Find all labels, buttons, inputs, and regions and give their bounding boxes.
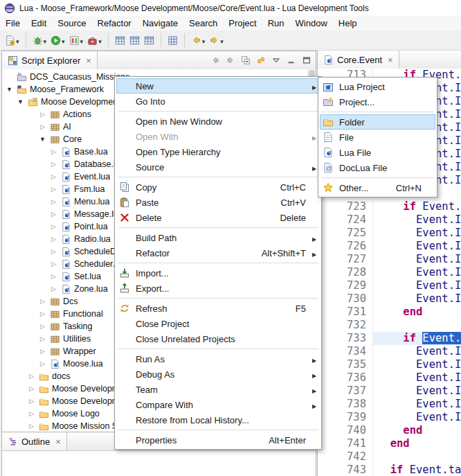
menu-item-import[interactable]: Import...	[116, 265, 320, 281]
view-menu-button[interactable]	[271, 55, 281, 65]
menu-item-restore-from-local-history[interactable]: Restore from Local History...	[116, 412, 320, 427]
menu-item-export[interactable]: Export...	[116, 281, 320, 296]
expand-arrow[interactable]: ▷	[49, 236, 58, 243]
menu-item-copy[interactable]: CopyCtrl+C	[116, 179, 320, 195]
tab-outline[interactable]: Outline	[2, 432, 67, 450]
menubar-item-source[interactable]: Source	[52, 16, 91, 30]
code-text[interactable]: end	[373, 437, 461, 450]
expand-arrow[interactable]: ▷	[49, 261, 58, 267]
close-icon[interactable]	[86, 56, 91, 65]
code-text[interactable]: Event.IniDCSUnitName = Event.IniDCSUnit:…	[373, 358, 461, 371]
tab-core-event[interactable]: Core.Event	[318, 51, 399, 69]
code-text[interactable]: Event.IniUnitName = Event.IniDCSUnitName	[373, 240, 461, 253]
debug-button[interactable]	[30, 30, 49, 50]
expand-arrow[interactable]: ▼	[5, 86, 14, 93]
menu-item-new[interactable]: New	[116, 78, 320, 94]
expand-arrow[interactable]: ▷	[27, 385, 36, 392]
menubar-item-window[interactable]: Window	[290, 16, 333, 30]
code-text[interactable]: Event.IniGroup = GROUP:FindByName( Event…	[373, 411, 461, 424]
new-button[interactable]	[3, 30, 21, 50]
menu-item-open-in-new-window[interactable]: Open in New Window	[116, 114, 320, 129]
menubar-item-navigate[interactable]: Navigate	[137, 16, 183, 30]
menu-item-run-as[interactable]: Run As	[116, 351, 320, 367]
menubar-item-run[interactable]: Run	[262, 16, 290, 30]
expand-arrow[interactable]: ▷	[49, 248, 58, 255]
menu-item-refactor[interactable]: RefactorAlt+Shift+T	[116, 245, 320, 261]
menubar-item-help[interactable]: Help	[333, 16, 363, 30]
coverage-button[interactable]	[67, 30, 86, 50]
expand-arrow[interactable]: ▷	[49, 148, 58, 155]
expand-arrow[interactable]: ▷	[38, 335, 47, 342]
code-text[interactable]: end	[373, 306, 461, 319]
expand-arrow[interactable]: ▷	[49, 198, 58, 205]
code-text[interactable]: end	[373, 424, 461, 437]
code-text[interactable]: Event.IniDCSUnit = Event.initiator	[373, 345, 461, 358]
maximize-button[interactable]	[302, 55, 311, 65]
run-button[interactable]	[48, 30, 67, 50]
menu-item-go-into[interactable]: Go Into	[116, 94, 320, 109]
forward-nav-button[interactable]	[226, 55, 235, 65]
tab-script-explorer[interactable]: Script Explorer	[2, 51, 98, 69]
expand-arrow[interactable]: ▷	[27, 410, 36, 417]
expand-arrow[interactable]: ▷	[38, 123, 47, 130]
menu-item-project[interactable]: Project...	[320, 94, 435, 109]
menu-item-open-with[interactable]: Open With	[116, 129, 320, 144]
table-view-button-2[interactable]	[127, 30, 142, 50]
menu-item-lua-project[interactable]: Lua Project	[320, 79, 435, 94]
menubar-item-edit[interactable]: Edit	[26, 16, 52, 30]
expand-arrow[interactable]: ▷	[27, 373, 36, 380]
menu-item-close-project[interactable]: Close Project	[116, 316, 320, 331]
minimize-button[interactable]	[287, 55, 296, 65]
expand-arrow[interactable]: ▷	[38, 310, 47, 317]
menubar-item-file[interactable]: File	[0, 16, 26, 30]
menu-item-team[interactable]: Team	[116, 382, 320, 397]
menubar-item-search[interactable]: Search	[183, 16, 223, 30]
close-icon[interactable]	[55, 437, 61, 446]
expand-arrow[interactable]: ▷	[49, 285, 58, 292]
menu-item-debug-as[interactable]: Debug As	[116, 367, 320, 382]
expand-arrow[interactable]: ▷	[38, 323, 47, 330]
expand-arrow[interactable]: ▷	[27, 423, 36, 430]
menu-item-lua-file[interactable]: Lua File	[320, 145, 435, 160]
expand-arrow[interactable]: ▷	[38, 111, 47, 118]
menubar-item-refactor[interactable]: Refactor	[92, 16, 137, 30]
code-text[interactable]: if Event.IniObjectCategory == Object.Cat…	[373, 200, 461, 213]
code-text[interactable]: Event.IniDCSGroup = Event.IniDCSUnit:get…	[373, 266, 461, 279]
menu-item-doclua-file[interactable]: @DocLua File	[320, 160, 435, 175]
forward-history-button[interactable]	[207, 30, 226, 50]
menu-item-folder[interactable]: Folder	[320, 114, 435, 130]
expand-arrow[interactable]: ▼	[16, 98, 25, 105]
menu-item-paste[interactable]: PasteCtrl+V	[116, 195, 320, 210]
code-text[interactable]: Event.IniDCSUnit = Event.initiator	[373, 213, 461, 227]
code-text[interactable]	[373, 319, 461, 332]
expand-arrow[interactable]: ▷	[49, 273, 58, 280]
expand-arrow[interactable]: ▷	[49, 211, 58, 218]
table-view-button-1[interactable]	[113, 30, 127, 50]
menu-item-file[interactable]: File	[320, 130, 435, 145]
menu-item-source[interactable]: Source	[116, 159, 320, 175]
expand-arrow[interactable]: ▷	[49, 173, 58, 180]
expand-arrow[interactable]: ▷	[49, 161, 58, 168]
code-text[interactable]: Event.IniUnitName = Event.IniDCSUnitName	[373, 371, 461, 385]
back-nav-button[interactable]	[210, 55, 220, 65]
expand-arrow[interactable]: ▷	[49, 223, 58, 230]
menu-item-properties[interactable]: PropertiesAlt+Enter	[116, 432, 320, 448]
close-icon[interactable]	[388, 55, 393, 64]
menu-item-compare-with[interactable]: Compare With	[116, 397, 320, 412]
code-text[interactable]: Event.IniCargoName = Event.IniCargo:GetN…	[373, 398, 461, 411]
back-history-button[interactable]	[189, 30, 208, 50]
code-text[interactable]: Event.IniCargo = CARGO:FindByName( Event…	[373, 385, 461, 398]
menu-item-refresh[interactable]: RefreshF5	[116, 301, 320, 316]
menubar-item-project[interactable]: Project	[223, 16, 262, 30]
code-text[interactable]: if Event.target then	[373, 464, 461, 476]
external-tools-button[interactable]	[85, 30, 104, 50]
code-text[interactable]: Event.IniDCSUnitName = Event.IniDCSUnit:…	[373, 227, 461, 240]
code-text[interactable]: Event.IniDCSGroupName = Event.IniDCSGrou…	[373, 279, 461, 292]
collapse-all-button[interactable]	[241, 55, 251, 65]
grid-view-button[interactable]	[165, 30, 180, 50]
menu-item-delete[interactable]: DeleteDelete	[116, 210, 320, 225]
expand-arrow[interactable]: ▷	[38, 298, 47, 305]
menu-item-open-type-hierarchy[interactable]: Open Type Hierarchy	[116, 144, 320, 159]
expand-arrow[interactable]: ▷	[38, 360, 47, 367]
link-editor-button[interactable]	[256, 55, 266, 65]
